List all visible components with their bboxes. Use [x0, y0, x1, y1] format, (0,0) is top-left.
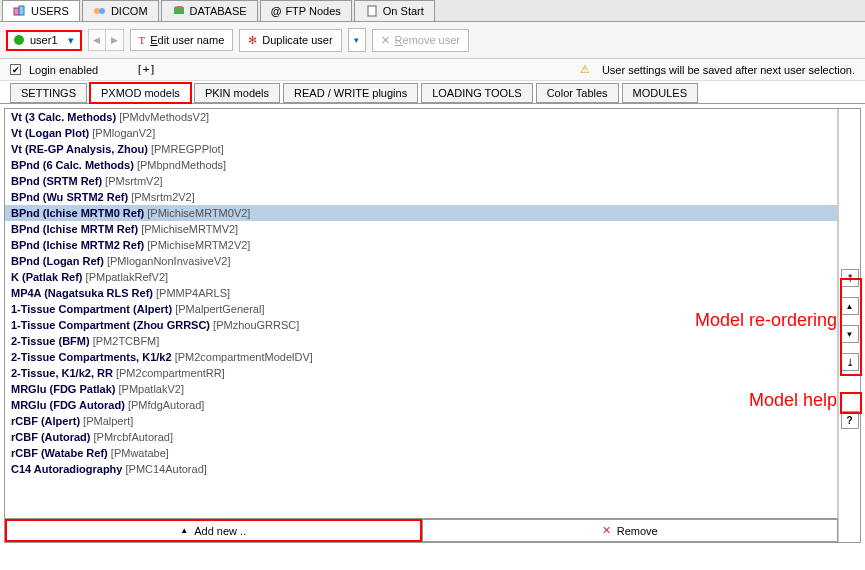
model-row[interactable]: 1-Tissue Compartment (Alpert) [PMalpertG… — [5, 301, 837, 317]
tab-database[interactable]: DATABASE — [161, 0, 258, 21]
model-name: Vt (RE-GP Analysis, Zhou) — [11, 143, 151, 155]
tab-dicom-label: DICOM — [111, 5, 148, 17]
model-row[interactable]: 2-Tissue, K1/k2, RR [PM2compartmentRR] — [5, 365, 837, 381]
model-row[interactable]: C14 Autoradiography [PMC14Autorad] — [5, 461, 837, 477]
edit-user-name-button[interactable]: T Edit user name — [130, 29, 234, 51]
tab-database-label: DATABASE — [190, 5, 247, 17]
model-row[interactable]: BPnd (6 Calc. Methods) [PMbpndMethods] — [5, 157, 837, 173]
main-tabs-bar: USERS DICOM DATABASE @ FTP Nodes On Star… — [0, 0, 865, 22]
nav-arrows: ◀ ▶ — [88, 29, 124, 51]
duplicate-user-label: Duplicate user — [262, 34, 332, 46]
model-row[interactable]: MRGlu (FDG Patlak) [PMpatlakV2] — [5, 381, 837, 397]
model-code: [PM2compartmentModelDV] — [175, 351, 313, 363]
model-row[interactable]: BPnd (Ichise MRTM0 Ref) [PMichiseMRTM0V2… — [5, 205, 837, 221]
model-row[interactable]: BPnd (Logan Ref) [PMloganNonInvasiveV2] — [5, 253, 837, 269]
model-row[interactable]: rCBF (Autorad) [PMrcbfAutorad] — [5, 429, 837, 445]
model-code: [PM2compartmentRR] — [116, 367, 225, 379]
model-code: [PMsrtmV2] — [105, 175, 162, 187]
subtab-pkin-models[interactable]: PKIN models — [194, 83, 280, 103]
model-name: K (Patlak Ref) — [11, 271, 86, 283]
model-row[interactable]: Vt (RE-GP Analysis, Zhou) [PMREGPPlot] — [5, 141, 837, 157]
text-icon: T — [139, 34, 146, 46]
expand-button[interactable]: [+] — [136, 63, 156, 76]
model-row[interactable]: Vt (Logan Plot) [PMloganV2] — [5, 125, 837, 141]
model-code: [PMzhouGRRSC] — [213, 319, 299, 331]
model-code: [PMichiseMRTM2V2] — [147, 239, 250, 251]
model-name: BPnd (SRTM Ref) — [11, 175, 105, 187]
tab-onstart[interactable]: On Start — [354, 0, 435, 21]
model-name: 1-Tissue Compartment (Zhou GRRSC) — [11, 319, 213, 331]
model-row[interactable]: BPnd (SRTM Ref) [PMsrtmV2] — [5, 173, 837, 189]
model-name: rCBF (Watabe Ref) — [11, 447, 111, 459]
duplicate-dropdown[interactable]: ▾ — [348, 28, 366, 52]
model-code: [PMpatlakRefV2] — [86, 271, 169, 283]
remove-user-button[interactable]: ✕ Remove user — [372, 29, 469, 52]
model-row[interactable]: BPnd (Ichise MRTM2 Ref) [PMichiseMRTM2V2… — [5, 237, 837, 253]
add-new-button[interactable]: ▲ Add new .. — [5, 519, 422, 542]
model-name: 2-Tissue, K1/k2, RR — [11, 367, 116, 379]
model-row[interactable]: MP4A (Nagatsuka RLS Ref) [PMMP4ARLS] — [5, 285, 837, 301]
tab-users[interactable]: USERS — [2, 0, 80, 21]
tab-users-label: USERS — [31, 5, 69, 17]
model-name: Vt (3 Calc. Methods) — [11, 111, 119, 123]
page-icon — [365, 5, 379, 17]
move-down-button[interactable]: ▼ — [841, 325, 859, 343]
duplicate-user-button[interactable]: ✻ Duplicate user — [239, 29, 341, 52]
model-row[interactable]: 1-Tissue Compartment (Zhou GRRSC) [PMzho… — [5, 317, 837, 333]
dropdown-arrow-icon: ▾ — [68, 34, 74, 47]
model-code: [PMREGPPlot] — [151, 143, 224, 155]
warning-message: User settings will be saved after next u… — [602, 64, 855, 76]
x-icon: ✕ — [381, 34, 390, 47]
sub-tabs-bar: SETTINGS PXMOD models PKIN models READ /… — [0, 81, 865, 104]
model-code: [PMMP4ARLS] — [156, 287, 230, 299]
model-code: [PMloganV2] — [92, 127, 155, 139]
model-list[interactable]: Vt (3 Calc. Methods) [PMdvMethodsV2]Vt (… — [5, 109, 838, 518]
model-name: BPnd (Ichise MRTM Ref) — [11, 223, 141, 235]
model-code: [PMC14Autorad] — [126, 463, 207, 475]
toolbar: user1 ▾ ◀ ▶ T Edit user name ✻ Duplicate… — [0, 22, 865, 59]
model-name: BPnd (Ichise MRTM0 Ref) — [11, 207, 147, 219]
model-workspace: Vt (3 Calc. Methods) [PMdvMethodsV2]Vt (… — [4, 108, 861, 543]
move-top-button[interactable]: ⤒ — [841, 269, 859, 287]
up-triangle-icon: ▲ — [180, 526, 188, 535]
model-code: [PMfdgAutorad] — [128, 399, 204, 411]
svg-rect-5 — [174, 8, 184, 14]
x-icon: ✕ — [602, 524, 611, 537]
user-label: user1 — [30, 34, 58, 46]
at-icon: @ — [271, 5, 282, 17]
model-row[interactable]: K (Patlak Ref) [PMpatlakRefV2] — [5, 269, 837, 285]
side-controls: ⤒ ▲ ▼ ⤓ ? — [838, 109, 860, 542]
help-button[interactable]: ? — [841, 411, 859, 429]
move-up-button[interactable]: ▲ — [841, 297, 859, 315]
tab-onstart-label: On Start — [383, 5, 424, 17]
model-row[interactable]: rCBF (Watabe Ref) [PMwatabe] — [5, 445, 837, 461]
subtab-pxmod-models[interactable]: PXMOD models — [90, 83, 191, 103]
model-name: BPnd (Wu SRTM2 Ref) — [11, 191, 131, 203]
subtab-modules[interactable]: MODULES — [622, 83, 698, 103]
model-code: [PMalpert] — [83, 415, 133, 427]
prev-user-button[interactable]: ◀ — [88, 29, 106, 51]
model-name: MRGlu (FDG Autorad) — [11, 399, 128, 411]
subtab-settings[interactable]: SETTINGS — [10, 83, 87, 103]
model-row[interactable]: 2-Tissue Compartments, K1/k2 [PM2compart… — [5, 349, 837, 365]
subtab-readwrite-plugins[interactable]: READ / WRITE plugins — [283, 83, 418, 103]
model-code: [PMalpertGeneral] — [175, 303, 264, 315]
tab-ftp-label: FTP Nodes — [285, 5, 340, 17]
move-bottom-button[interactable]: ⤓ — [841, 353, 859, 371]
next-user-button[interactable]: ▶ — [106, 29, 124, 51]
tab-ftp[interactable]: @ FTP Nodes — [260, 0, 352, 21]
model-row[interactable]: Vt (3 Calc. Methods) [PMdvMethodsV2] — [5, 109, 837, 125]
tab-dicom[interactable]: DICOM — [82, 0, 159, 21]
settings-row: ✔ Login enabled [+] ⚠ User settings will… — [0, 59, 865, 81]
model-code: [PMdvMethodsV2] — [119, 111, 209, 123]
model-row[interactable]: MRGlu (FDG Autorad) [PMfdgAutorad] — [5, 397, 837, 413]
subtab-loading-tools[interactable]: LOADING TOOLS — [421, 83, 532, 103]
user-selector[interactable]: user1 ▾ — [6, 30, 82, 51]
model-row[interactable]: BPnd (Ichise MRTM Ref) [PMichiseMRTMV2] — [5, 221, 837, 237]
login-enabled-checkbox[interactable]: ✔ — [10, 64, 21, 75]
model-row[interactable]: rCBF (Alpert) [PMalpert] — [5, 413, 837, 429]
model-row[interactable]: BPnd (Wu SRTM2 Ref) [PMsrtm2V2] — [5, 189, 837, 205]
model-row[interactable]: 2-Tissue (BFM) [PM2TCBFM] — [5, 333, 837, 349]
remove-button[interactable]: ✕ Remove — [422, 519, 839, 542]
subtab-color-tables[interactable]: Color Tables — [536, 83, 619, 103]
